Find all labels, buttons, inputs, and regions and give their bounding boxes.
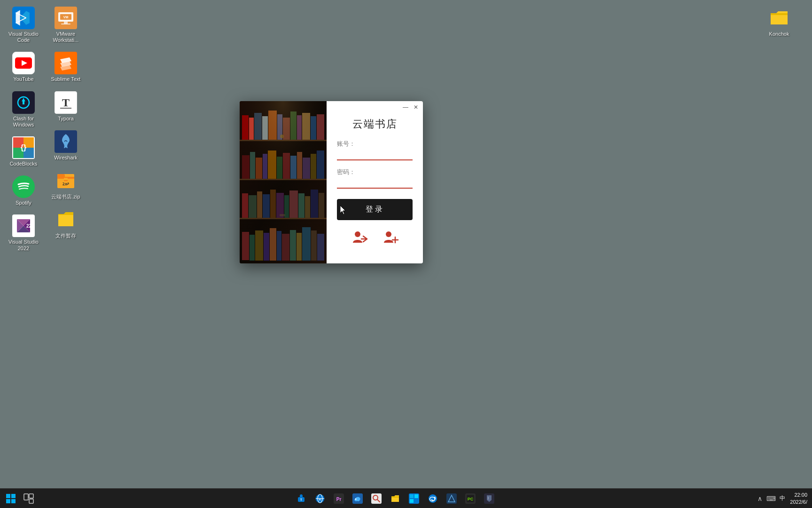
spotify-label: Spotify [16,200,31,206]
desktop-icon-wireshark[interactable]: Wireshark [47,128,85,163]
register-icon-button[interactable] [382,230,399,246]
svg-text:PC: PC [467,497,473,501]
start-button[interactable] [2,490,20,508]
taskbar-ie[interactable]: e [311,490,329,508]
dialog-actions [327,228,423,251]
desktop-icon-vs2022[interactable]: 22 Visual Studio 2022 [5,213,42,253]
youtube-label: YouTube [13,76,33,82]
codeblocks-label: CodeBlocks [10,161,38,167]
taskbar-left [0,490,39,508]
vscode-label: Visual Studio Code [7,31,40,43]
typora-label: Typora [58,116,74,122]
account-field: 账号： [337,140,413,160]
vs2022-label: Visual Studio 2022 [7,239,40,251]
svg-rect-97 [11,494,16,498]
svg-rect-119 [410,499,414,503]
svg-text:22: 22 [26,223,32,229]
svg-text:Pr: Pr [336,497,341,502]
clock[interactable]: 22:00 2022/6/ [790,492,807,505]
desktop-icon-filesave[interactable]: 文件暂存 [47,206,85,241]
desktop-icons: Visual Studio Code YouTube [5,5,80,296]
svg-rect-32 [57,174,65,178]
desktop-icon-vscode[interactable]: Visual Studio Code [5,5,42,45]
login-icon-button[interactable] [351,230,368,246]
clock-date: 2022/6/ [790,499,807,505]
desktop-icon-typora[interactable]: T Typora [47,89,85,124]
svg-rect-35 [64,180,68,181]
svg-text:{}: {} [21,143,26,151]
vmware-label: VMware Workstati... [49,31,83,43]
svg-point-16 [13,176,34,197]
svg-point-112 [355,498,356,500]
svg-rect-89 [240,101,327,263]
svg-rect-36 [64,182,68,183]
taskbar-filemanager[interactable] [386,490,404,508]
desktop-icon-yunbook[interactable]: ZIP 云端书店.zip [47,167,85,202]
desktop-icon-konchok[interactable]: Konchok [760,5,798,39]
system-tray: ∧ ⌨ 中 [755,494,787,503]
account-label: 账号： [337,140,413,148]
password-label: 密码： [337,168,413,176]
svg-rect-101 [29,494,33,498]
yunbook-label: 云端书店.zip [51,194,80,200]
dialog-title-bar: — ✕ [327,101,423,113]
dialog-form-panel: — ✕ 云端书店 账号： 密码： 登录 [327,101,423,263]
dialog-image-panel [240,101,327,263]
svg-text:T: T [62,96,70,109]
svg-rect-23 [61,24,70,24]
svg-rect-102 [29,499,33,503]
svg-rect-98 [6,499,10,503]
taskbar-search[interactable] [367,490,385,508]
desktop-icon-clash[interactable]: Clash for Windows [5,89,42,130]
clock-time: 22:00 [790,492,807,498]
close-button[interactable]: ✕ [413,104,419,111]
taskbar: T e Pr [0,488,812,508]
taskbar-premiere[interactable]: Pr [330,490,348,508]
svg-rect-96 [6,494,10,498]
password-field: 密码： [337,168,413,189]
desktop: Visual Studio Code YouTube [0,0,812,488]
svg-rect-117 [410,494,414,498]
password-input[interactable] [337,178,413,189]
desktop-icon-codeblocks[interactable]: {} CodeBlocks [5,135,42,169]
taskbar-pinned: T e Pr [39,490,750,508]
dialog-app-title: 云端书店 [327,113,423,140]
clash-label: Clash for Windows [7,116,40,128]
login-button[interactable]: 登录 [337,199,413,220]
konchok-label: Konchok [769,31,789,37]
task-view-button[interactable] [20,490,38,508]
svg-rect-9 [23,101,24,104]
taskbar-teams[interactable]: T [292,490,310,508]
taskbar-pycharm[interactable]: PC [461,490,479,508]
taskbar-app1[interactable] [443,490,461,508]
login-dialog: — ✕ 云端书店 账号： 密码： 登录 [240,101,423,263]
desktop-icon-sublime[interactable]: Sublime Text [47,50,85,84]
sublime-label: Sublime Text [51,76,81,82]
svg-point-93 [386,231,391,237]
filesave-label: 文件暂存 [55,233,76,239]
tray-lang[interactable]: 中 [778,494,787,503]
svg-rect-118 [414,494,418,498]
svg-rect-91 [280,214,285,216]
svg-rect-120 [414,499,418,503]
svg-text:VM: VM [63,16,69,19]
desktop-icon-youtube[interactable]: YouTube [5,50,42,84]
account-input[interactable] [337,150,413,160]
svg-rect-99 [11,499,16,503]
taskbar-app2[interactable] [480,490,498,508]
taskbar-dolphin[interactable] [349,490,367,508]
svg-point-92 [355,231,360,237]
desktop-icon-vmware[interactable]: VM VMware Workstati... [47,5,85,45]
svg-point-90 [280,135,284,138]
tray-keyboard[interactable]: ⌨ [766,494,776,503]
svg-rect-100 [24,494,28,500]
tray-chevron[interactable]: ∧ [755,494,765,503]
svg-text:e: e [319,497,321,501]
taskbar-right: ∧ ⌨ 中 22:00 2022/6/ [750,492,812,505]
desktop-icon-spotify[interactable]: Spotify [5,174,42,208]
wireshark-label: Wireshark [54,155,78,161]
svg-rect-34 [64,178,68,179]
taskbar-store[interactable] [405,490,423,508]
minimize-button[interactable]: — [402,104,409,111]
taskbar-edge[interactable] [424,490,442,508]
